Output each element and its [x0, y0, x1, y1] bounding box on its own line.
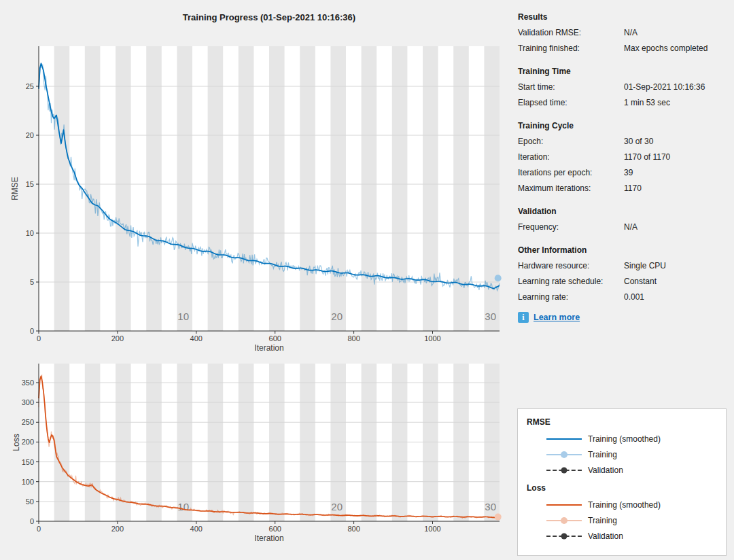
legend-item-label: Training (smoothed) — [588, 434, 661, 444]
svg-text:350: 350 — [22, 379, 34, 387]
info-row-value: Constant — [624, 274, 726, 290]
info-row: Maximum iterations: 1170 — [518, 181, 726, 196]
dashed-marker-sample-icon — [546, 532, 582, 540]
info-row-value: N/A — [624, 220, 726, 235]
legend-item-label: Validation — [588, 531, 623, 541]
svg-text:250: 250 — [22, 418, 34, 426]
svg-text:0: 0 — [37, 525, 41, 533]
info-row-value: 39 — [624, 165, 726, 181]
section-training-cycle: Training Cycle Epoch: 30 of 30 Iteration… — [518, 118, 726, 196]
learn-more-label: Learn more — [534, 313, 580, 322]
legend-item: Training — [527, 512, 726, 528]
info-row-value: 30 of 30 — [624, 134, 726, 150]
info-row-value: 1 min 53 sec — [624, 95, 726, 111]
svg-text:300: 300 — [22, 398, 34, 406]
info-row: Start time: 01-Sep-2021 10:16:36 — [518, 80, 726, 95]
info-row-label: Iterations per epoch: — [518, 165, 624, 181]
legend-item: Training (smoothed) — [527, 497, 726, 512]
svg-text:20: 20 — [331, 311, 343, 322]
info-row: Validation RMSE: N/A — [518, 25, 726, 41]
y-axis-label: Loss — [12, 434, 21, 451]
y-axis-label: RMSE — [10, 177, 20, 200]
svg-text:0: 0 — [37, 334, 41, 343]
legend-item: Training (smoothed) — [527, 431, 726, 447]
info-row-label: Maximum iterations: — [518, 181, 624, 196]
svg-text:150: 150 — [22, 458, 34, 466]
info-row-value: 0.001 — [624, 290, 726, 305]
svg-text:30: 30 — [485, 501, 496, 512]
line-sample-icon — [546, 435, 582, 443]
svg-text:25: 25 — [26, 82, 34, 90]
info-row-label: Start time: — [518, 80, 624, 95]
info-row-label: Validation RMSE: — [518, 25, 624, 41]
info-row-label: Hardware resource: — [518, 258, 624, 274]
epoch-bands — [54, 46, 500, 331]
legend-group-title: RMSE — [527, 417, 726, 427]
x-axis-label: Iteration — [254, 343, 283, 353]
info-row: Iterations per epoch: 39 — [518, 165, 726, 181]
legend-item-label: Validation — [588, 466, 623, 475]
svg-text:5: 5 — [30, 278, 34, 286]
svg-text:1000: 1000 — [424, 334, 440, 343]
section-header: Validation — [518, 204, 726, 220]
info-row-value: Single CPU — [624, 258, 726, 274]
section-header: Results — [518, 10, 726, 25]
chart-legend: RMSE Training (smoothed) Training Valida… — [517, 408, 727, 556]
svg-text:600: 600 — [269, 525, 281, 533]
section-results: Results Validation RMSE: N/A Training fi… — [518, 10, 726, 56]
svg-text:800: 800 — [347, 334, 360, 343]
svg-text:800: 800 — [347, 525, 360, 533]
legend-item: Validation — [527, 528, 726, 544]
legend-group-rmse: RMSE Training (smoothed) Training Valida… — [527, 417, 726, 478]
info-row-value: N/A — [624, 25, 726, 41]
info-row-label: Elapsed time: — [518, 95, 624, 111]
legend-item-label: Training — [588, 516, 617, 525]
info-row-label: Training finished: — [518, 41, 624, 56]
section-header: Training Time — [518, 64, 726, 80]
svg-text:10: 10 — [26, 229, 34, 237]
section-header: Other Information — [518, 243, 726, 258]
figure-title: Training Progress (01-Sep-2021 10:16:36) — [0, 12, 538, 22]
section-validation: Validation Frequency: N/A — [518, 204, 726, 235]
final-iteration-marker — [495, 514, 502, 521]
svg-text:10: 10 — [177, 311, 189, 322]
training-info-panel: Results Validation RMSE: N/A Training fi… — [518, 10, 726, 313]
dashed-marker-sample-icon — [546, 466, 582, 474]
svg-text:10: 10 — [177, 501, 189, 512]
info-row: Training finished: Max epochs completed — [518, 41, 726, 56]
loss-iteration-chart: 1020300200400600800100005010015020025030… — [0, 360, 510, 560]
legend-item-label: Training (smoothed) — [588, 500, 661, 510]
svg-text:200: 200 — [22, 438, 34, 446]
info-row-value: 01-Sep-2021 10:16:36 — [624, 80, 726, 95]
legend-item: Training — [527, 447, 726, 462]
info-row-value: 1170 of 1170 — [624, 150, 726, 165]
svg-text:400: 400 — [190, 334, 203, 343]
x-axis-label: Iteration — [254, 533, 283, 543]
line-marker-sample-icon — [546, 517, 582, 525]
svg-text:0: 0 — [30, 327, 34, 335]
svg-text:0: 0 — [30, 517, 34, 525]
info-row: Learning rate schedule: Constant — [518, 274, 726, 290]
info-row: Learning rate: 0.001 — [518, 290, 726, 305]
info-row-value: 1170 — [624, 181, 726, 196]
info-row-value: Max epochs completed — [624, 41, 726, 56]
info-row-label: Epoch: — [518, 134, 624, 150]
learn-more-link[interactable]: i Learn more — [518, 312, 580, 323]
info-row-label: Learning rate: — [518, 290, 624, 305]
info-row: Frequency: N/A — [518, 220, 726, 235]
legend-item: Validation — [527, 462, 726, 478]
final-iteration-marker — [495, 275, 502, 281]
info-row-label: Iteration: — [518, 150, 624, 165]
svg-text:100: 100 — [22, 478, 34, 486]
line-sample-icon — [546, 501, 582, 509]
svg-text:200: 200 — [111, 525, 124, 533]
info-row-label: Learning rate schedule: — [518, 274, 624, 290]
svg-text:400: 400 — [190, 525, 203, 533]
svg-text:20: 20 — [331, 501, 343, 512]
info-row: Hardware resource: Single CPU — [518, 258, 726, 274]
info-icon: i — [518, 312, 529, 323]
legend-group-title: Loss — [527, 483, 726, 493]
section-training-time: Training Time Start time: 01-Sep-2021 10… — [518, 64, 726, 111]
svg-text:20: 20 — [26, 131, 34, 139]
line-marker-sample-icon — [546, 451, 582, 459]
